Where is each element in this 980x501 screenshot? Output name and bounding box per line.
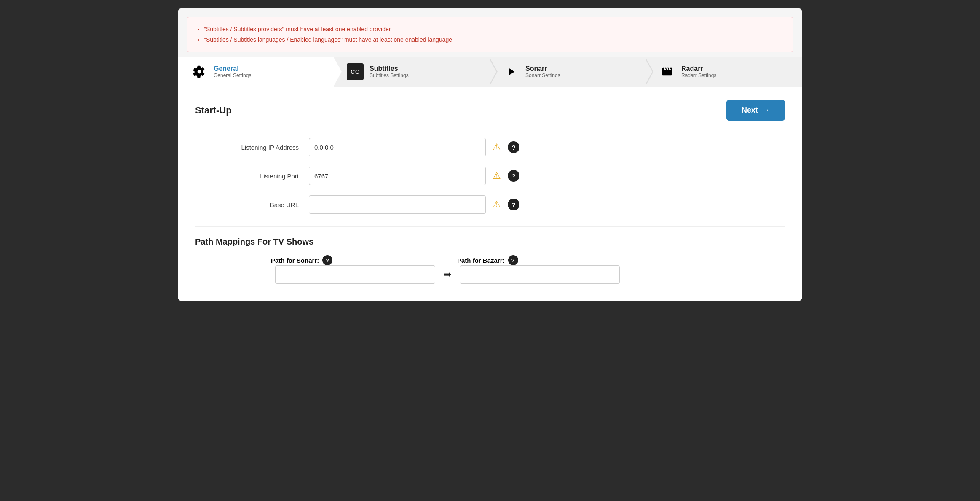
sonarr-step-text: Sonarr Sonarr Settings xyxy=(525,65,560,78)
radarr-step-text: Radarr Radarr Settings xyxy=(681,65,716,78)
bazarr-path-header: Path for Bazarr: ? xyxy=(457,255,518,265)
bazarr-path-input[interactable] xyxy=(460,265,620,284)
sonarr-path-header: Path for Sonarr: ? xyxy=(271,255,431,265)
sonarr-step-title: Sonarr xyxy=(525,65,560,73)
next-button-arrow: → xyxy=(762,106,770,115)
next-button-label: Next xyxy=(742,106,758,115)
sonarr-path-input[interactable] xyxy=(275,265,435,284)
form-row-ip: Listening IP Address ⚠ ? xyxy=(195,138,785,156)
baseurl-icons: ⚠ ? xyxy=(493,199,519,210)
radarr-step-subtitle: Radarr Settings xyxy=(681,73,716,78)
form-row-baseurl: Base URL ⚠ ? xyxy=(195,195,785,214)
path-arrow-icon: ➡ xyxy=(444,269,451,280)
bazarr-path-label: Path for Bazarr: xyxy=(457,257,505,264)
startup-form: Listening IP Address ⚠ ? Listening Port … xyxy=(195,129,785,214)
wizard-step-radarr[interactable]: Radarr Radarr Settings xyxy=(646,57,802,87)
sonarr-step-subtitle: Sonarr Settings xyxy=(525,73,560,78)
subtitles-step-subtitle: Subtitles Settings xyxy=(370,73,409,78)
bazarr-path-help-icon[interactable]: ? xyxy=(508,255,518,265)
path-mappings-section: Path Mappings For TV Shows Path for Sona… xyxy=(195,226,785,284)
startup-section-header: Start-Up Next → xyxy=(195,100,785,121)
port-help-icon[interactable]: ? xyxy=(508,170,519,182)
main-container: "Subtitles / Subtitles providers" must h… xyxy=(178,8,802,301)
cc-icon: CC xyxy=(347,63,364,80)
wizard-step-sonarr[interactable]: Sonarr Sonarr Settings xyxy=(490,57,646,87)
ip-help-icon[interactable]: ? xyxy=(508,141,519,153)
subtitles-step-title: Subtitles xyxy=(370,65,409,73)
path-mappings-title: Path Mappings For TV Shows xyxy=(195,226,785,247)
error-banner: "Subtitles / Subtitles providers" must h… xyxy=(187,17,793,52)
listening-ip-input[interactable] xyxy=(309,138,486,156)
form-row-port: Listening Port ⚠ ? xyxy=(195,167,785,185)
general-step-text: General General Settings xyxy=(214,65,251,78)
baseurl-label: Base URL xyxy=(199,201,309,208)
radarr-step-title: Radarr xyxy=(681,65,716,73)
ip-label: Listening IP Address xyxy=(199,144,309,151)
error-message-1: "Subtitles / Subtitles providers" must h… xyxy=(204,24,785,35)
content-area: Start-Up Next → Listening IP Address ⚠ ?… xyxy=(178,87,802,301)
path-headers: Path for Sonarr: ? Path for Bazarr: ? xyxy=(267,255,785,265)
port-label: Listening Port xyxy=(199,172,309,180)
wizard-step-general[interactable]: General General Settings xyxy=(178,57,334,87)
general-step-title: General xyxy=(214,65,251,73)
subtitles-step-text: Subtitles Subtitles Settings xyxy=(370,65,409,78)
path-input-row: ➡ xyxy=(271,265,785,284)
ip-icons: ⚠ ? xyxy=(493,141,519,153)
sonarr-path-label: Path for Sonarr: xyxy=(271,257,319,264)
next-button[interactable]: Next → xyxy=(726,100,785,121)
wizard-step-subtitles[interactable]: CC Subtitles Subtitles Settings xyxy=(334,57,490,87)
sonarr-path-help-icon[interactable]: ? xyxy=(322,255,332,265)
port-warning-icon: ⚠ xyxy=(493,170,501,181)
base-url-input[interactable] xyxy=(309,195,486,214)
baseurl-help-icon[interactable]: ? xyxy=(508,199,519,210)
port-icons: ⚠ ? xyxy=(493,170,519,182)
ip-warning-icon: ⚠ xyxy=(493,142,501,153)
film-icon xyxy=(659,63,675,80)
play-icon xyxy=(503,63,519,80)
baseurl-warning-icon: ⚠ xyxy=(493,199,501,210)
wizard-steps: General General Settings CC Subtitles Su… xyxy=(178,57,802,87)
arrow-spacer xyxy=(431,255,457,265)
listening-port-input[interactable] xyxy=(309,167,486,185)
startup-title: Start-Up xyxy=(195,105,232,116)
error-message-2: "Subtitles / Subtitles languages / Enabl… xyxy=(204,35,785,45)
general-step-subtitle: General Settings xyxy=(214,73,251,78)
gear-icon xyxy=(191,63,208,80)
